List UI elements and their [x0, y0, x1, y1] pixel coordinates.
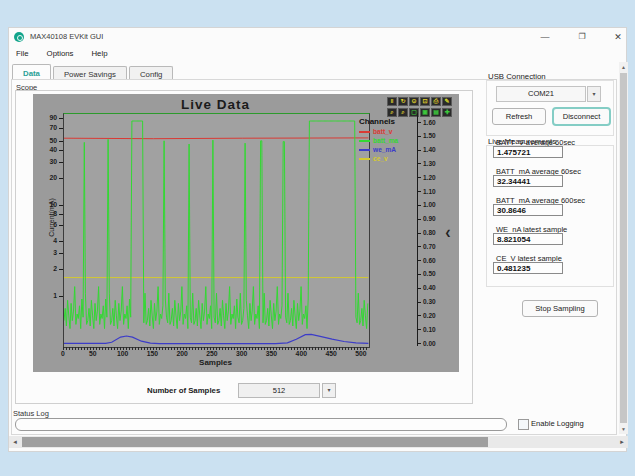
- zoom-out-icon[interactable]: ⌕: [398, 108, 408, 117]
- left-axis-tick-label: 8: [34, 210, 57, 217]
- legend-entry-batt_v: batt_v: [359, 127, 415, 136]
- left-axis-tick: [59, 296, 63, 297]
- menu-file[interactable]: File: [13, 47, 36, 60]
- x-axis-tick-label: 300: [232, 350, 252, 357]
- com-port-select[interactable]: COM21: [496, 86, 586, 102]
- zoom-in-icon[interactable]: ⌕: [387, 108, 397, 117]
- right-axis-tick: [417, 150, 421, 151]
- grab-icon[interactable]: ▤: [431, 108, 441, 117]
- graph-toolbar-row1: ‖↻⊙⊡⎙✎: [386, 96, 458, 107]
- minimize-button[interactable]: —: [534, 29, 556, 45]
- left-axis-tick: [59, 128, 63, 129]
- x-axis-tick-label: 150: [142, 350, 162, 357]
- left-axis-tick: [59, 214, 63, 215]
- right-axis-tick-label: 1.30: [423, 160, 436, 167]
- x-axis-tick-label: 400: [291, 350, 311, 357]
- right-axis-line: [417, 113, 418, 346]
- status-log-field[interactable]: [15, 418, 507, 431]
- horizontal-scroll-thumb[interactable]: [22, 437, 488, 447]
- disconnect-button[interactable]: Disconnect: [552, 107, 611, 126]
- right-axis-tick: [417, 163, 421, 164]
- plot-area[interactable]: [63, 113, 370, 348]
- left-axis-tick-label: 3: [34, 249, 57, 256]
- menu-options[interactable]: Options: [44, 47, 81, 60]
- scroll-right-icon[interactable]: ▸: [616, 436, 628, 448]
- x-axis-tick-label: 200: [172, 350, 192, 357]
- left-axis-tick: [59, 269, 63, 270]
- status-log-label: Status Log: [13, 409, 49, 418]
- legend-entry-label: batt_v: [373, 128, 392, 135]
- menu-help[interactable]: Help: [88, 47, 114, 60]
- right-axis-tick: [417, 260, 421, 261]
- left-axis-tick-label: 1: [34, 292, 57, 299]
- right-axis-tick-label: 1.50: [423, 132, 436, 139]
- measurement-value: 8.821054: [493, 233, 563, 245]
- right-axis-tick: [417, 219, 421, 220]
- print-icon[interactable]: ⎙: [431, 97, 441, 106]
- right-axis-tick: [417, 136, 421, 137]
- right-axis-tick: [417, 177, 421, 178]
- vertical-scroll-thumb[interactable]: [620, 73, 627, 423]
- legend-title: Channels: [359, 117, 415, 126]
- horizontal-scrollbar[interactable]: ◂ ▸: [9, 436, 628, 448]
- close-button[interactable]: ✕: [607, 29, 629, 45]
- right-axis-tick: [417, 205, 421, 206]
- number-of-samples-select[interactable]: 512: [238, 383, 320, 398]
- right-axis-tick: [417, 288, 421, 289]
- com-port-dropdown-arrow[interactable]: ▾: [587, 86, 601, 102]
- left-axis-tick-label: 70: [34, 124, 57, 131]
- refresh-button[interactable]: Refresh: [492, 108, 546, 125]
- left-axis-tick: [59, 205, 63, 206]
- traces-svg: [64, 114, 369, 347]
- left-axis-tick-label: 10: [34, 201, 57, 208]
- left-axis-tick: [59, 150, 63, 151]
- left-axis-tick-label: 50: [34, 137, 57, 144]
- vertical-scrollbar[interactable]: ▲ ▼: [619, 62, 628, 434]
- right-axis-tick: [417, 302, 421, 303]
- axis-cursor-marker[interactable]: ❮: [445, 229, 451, 237]
- left-axis-tick-label: 90: [34, 114, 57, 121]
- expand-icon[interactable]: ✚: [442, 108, 452, 117]
- live-data-chart[interactable]: Live Data ‖↻⊙⊡⎙✎⌕⌕▢▣▤✚ Current(mA) Chann…: [33, 94, 459, 372]
- x-axis-label: Samples: [63, 358, 368, 367]
- graph-toolbar: ‖↻⊙⊡⎙✎⌕⌕▢▣▤✚: [386, 96, 458, 118]
- left-axis-tick: [59, 253, 63, 254]
- stop-sampling-button[interactable]: Stop Sampling: [522, 300, 598, 317]
- app-window: MAX40108 EVKit GUI — ❐ ✕ FileOptionsHelp…: [8, 27, 627, 452]
- maximize-button[interactable]: ❐: [571, 29, 593, 45]
- measurement-value: 1.475721: [493, 146, 563, 158]
- right-axis-tick: [417, 246, 421, 247]
- menu-bar: FileOptionsHelp: [13, 47, 123, 61]
- measurement-value: 0.481235: [493, 262, 563, 274]
- left-axis-tick: [59, 241, 63, 242]
- right-axis-tick: [417, 233, 421, 234]
- autoscale-icon[interactable]: ↻: [398, 97, 408, 106]
- enable-logging-checkbox[interactable]: [518, 419, 529, 430]
- right-axis-tick-label: 1.60: [423, 119, 436, 126]
- right-axis-tick: [417, 191, 421, 192]
- scroll-down-icon[interactable]: ▼: [619, 424, 628, 434]
- lock-icon[interactable]: ⊡: [420, 97, 430, 106]
- pause-icon[interactable]: ‖: [387, 97, 397, 106]
- left-axis-tick: [59, 141, 63, 142]
- settings-icon[interactable]: ✎: [442, 97, 452, 106]
- left-axis-tick-label: 20: [34, 174, 57, 181]
- legend-swatch: [359, 158, 370, 160]
- window-title: MAX40108 EVKit GUI: [30, 32, 103, 41]
- left-axis-tick: [59, 162, 63, 163]
- left-axis-tick-label: 40: [34, 146, 57, 153]
- x-axis-tick-label: 500: [351, 350, 371, 357]
- x-axis-tick-label: 250: [202, 350, 222, 357]
- scroll-left-icon[interactable]: ◂: [9, 436, 21, 448]
- right-axis-tick-label: 1.00: [423, 201, 436, 208]
- title-bar: MAX40108 EVKit GUI — ❐ ✕: [9, 28, 626, 46]
- select-icon[interactable]: ▣: [420, 108, 430, 117]
- right-axis-tick: [417, 122, 421, 123]
- right-axis-tick-label: 0.80: [423, 229, 436, 236]
- number-of-samples-dropdown-arrow[interactable]: ▾: [322, 383, 336, 398]
- left-axis-tick: [59, 178, 63, 179]
- trace-batt_ma: [64, 121, 368, 329]
- scale-lock-icon[interactable]: ⊙: [409, 97, 419, 106]
- scroll-up-icon[interactable]: ▲: [619, 62, 628, 72]
- right-axis-tick: [417, 343, 421, 344]
